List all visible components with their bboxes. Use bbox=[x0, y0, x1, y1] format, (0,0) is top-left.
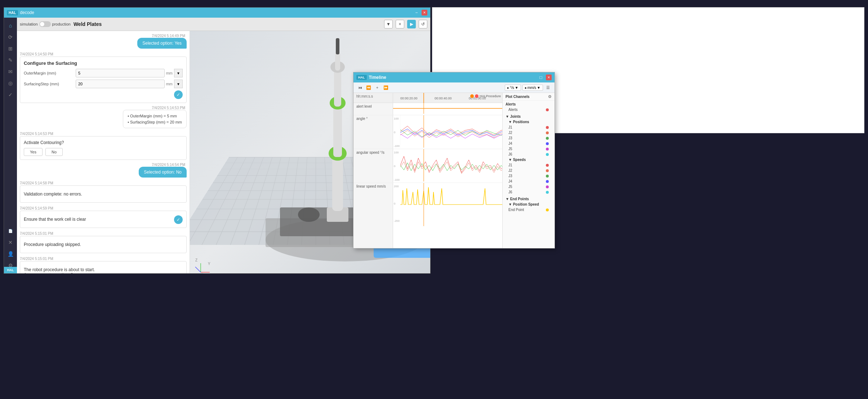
tl-add-button[interactable]: + bbox=[374, 84, 381, 91]
j1-spd-dot bbox=[546, 164, 549, 167]
joints-group: ▼ Joints ▼ Positions J1 J2 J3 J4 bbox=[503, 113, 555, 196]
chat-item-3: 7/4/2024 5:14:53 PM • OuterMargin (mm) =… bbox=[20, 106, 187, 128]
j1-pos-label: J1 bbox=[508, 125, 512, 129]
chat-item-7: 7/4/2024 5:14:59 PM Ensure that the work… bbox=[20, 206, 187, 228]
svg-rect-6 bbox=[332, 153, 343, 211]
surfacing-confirm-button[interactable]: ✓ bbox=[174, 90, 183, 99]
svg-rect-13 bbox=[336, 38, 339, 54]
svg-text:Y: Y bbox=[208, 262, 210, 266]
selected-yes-bubble[interactable]: Selected option: Yes bbox=[137, 38, 187, 49]
timeline-maximize-button[interactable]: □ bbox=[538, 75, 544, 80]
sidebar-icon-refresh[interactable]: ⟳ bbox=[5, 32, 15, 42]
play-button[interactable]: ▶ bbox=[407, 20, 416, 28]
production-label: production bbox=[52, 22, 71, 26]
sidebar-icon-x[interactable]: ✕ bbox=[5, 237, 15, 247]
alerts-color-dot bbox=[546, 108, 549, 111]
alert-level-chart bbox=[393, 103, 502, 115]
close-workflow-button[interactable]: × bbox=[396, 20, 404, 28]
contouring-question-text: Activate Contouring? bbox=[24, 140, 183, 145]
configure-surfacing-card: Configure the Surfacing OuterMargin (mm)… bbox=[20, 57, 187, 103]
j6-pos-dot bbox=[546, 153, 549, 156]
j6-position-item: J6 bbox=[503, 152, 555, 157]
j4-spd-dot bbox=[546, 180, 549, 183]
contouring-no-button[interactable]: No bbox=[45, 148, 63, 156]
toggle-switch[interactable] bbox=[39, 21, 51, 27]
timeline-close-button[interactable]: × bbox=[546, 75, 552, 80]
app-title: decode bbox=[20, 10, 411, 15]
left-panel: 7/4/2024 5:14:49 PM Selected option: Yes… bbox=[17, 31, 190, 273]
sidebar-icon-target[interactable]: ◎ bbox=[5, 78, 15, 88]
end-point-label: End Point bbox=[508, 208, 524, 212]
surfacing-step-input[interactable] bbox=[76, 80, 165, 88]
timestamp-9: 7/4/2024 5:15:01 PM bbox=[20, 257, 55, 261]
outer-margin-input[interactable] bbox=[76, 69, 165, 77]
tl-speed-dropdown-2[interactable]: ▸ mm/s ▼ bbox=[522, 85, 543, 91]
sidebar-icon-user[interactable]: 👤 bbox=[5, 249, 15, 259]
svg-rect-12 bbox=[335, 53, 340, 71]
sidebar-icon-check[interactable]: ✓ bbox=[5, 90, 15, 100]
hal-procedure-badge: HALProcedure bbox=[470, 94, 501, 98]
plot-channels-header: Plot Channels ⚙ bbox=[503, 93, 555, 101]
surfacing-step-label: SurfacingStep (mm) bbox=[24, 82, 74, 86]
selected-no-bubble[interactable]: Selected option: No bbox=[139, 167, 187, 178]
tl-prev-button[interactable]: ⏪ bbox=[365, 84, 372, 91]
tl-menu-button[interactable]: ☰ bbox=[544, 84, 552, 91]
surfacing-step-dropdown[interactable]: ▼ bbox=[174, 80, 183, 88]
tl-next-button[interactable]: ⏩ bbox=[382, 84, 390, 91]
sidebar-icon-doc[interactable]: 📄 bbox=[5, 226, 15, 236]
svg-rect-8 bbox=[333, 103, 342, 157]
time-ruler-row: hh:mm:s.s 00:00:20.00 00:00:40.00 00:01:… bbox=[353, 93, 502, 103]
sidebar-icons: ⌂ ⟳ ⊞ ✎ ✉ ◎ ✓ 📄 ✕ 👤 ⚙ bbox=[4, 18, 17, 273]
work-cell-confirm-button[interactable]: ✓ bbox=[174, 215, 183, 224]
j2-spd-label: J2 bbox=[508, 169, 512, 172]
time-marks-area: 00:00:20.00 00:00:40.00 00:01:00.00 00:0… bbox=[393, 93, 502, 103]
sidebar-icon-grid[interactable]: ⊞ bbox=[5, 44, 15, 54]
mode-toggle[interactable]: simulation production bbox=[20, 21, 71, 27]
j2-pos-dot bbox=[546, 131, 549, 134]
timeline-titlebar: HAL Timeline □ × bbox=[353, 72, 555, 82]
hal-badge-orange bbox=[470, 94, 474, 98]
j3-position-item: J3 bbox=[503, 135, 555, 141]
close-button[interactable]: × bbox=[422, 10, 427, 15]
surfacing-info-bubble: • OuterMargin (mm) = 5 mm • SurfacingSte… bbox=[123, 110, 187, 128]
timeline-logo: HAL bbox=[356, 75, 367, 80]
info-line-1: • OuterMargin (mm) = 5 mm bbox=[128, 113, 182, 119]
svg-text:0: 0 bbox=[394, 131, 396, 134]
j4-spd-label: J4 bbox=[508, 179, 512, 183]
hal-badge-red bbox=[475, 94, 478, 98]
hal-bottom-bar: HAL bbox=[4, 267, 17, 273]
outer-margin-dropdown[interactable]: ▼ bbox=[174, 69, 183, 77]
tl-speed-label-1: ▸ bbox=[507, 86, 509, 90]
sidebar-icon-home[interactable]: ⌂ bbox=[5, 21, 15, 31]
sidebar-icon-mail[interactable]: ✉ bbox=[5, 67, 15, 77]
svg-line-24 bbox=[195, 267, 201, 272]
contouring-yes-button[interactable]: Yes bbox=[24, 148, 43, 156]
alert-level-label: alert level bbox=[353, 103, 393, 115]
tl-speed-dropdown-1[interactable]: ▸ °/s ▼ bbox=[505, 85, 521, 91]
linear-chart-svg: 200 0 -200 bbox=[393, 183, 502, 226]
tl-speed-label-2: ▸ bbox=[525, 86, 527, 90]
dropdown-button[interactable]: ▼ bbox=[384, 20, 393, 28]
tl-speed-arrow-1: ▼ bbox=[515, 86, 518, 90]
toggle-knob bbox=[40, 22, 44, 26]
svg-text:0: 0 bbox=[394, 202, 396, 205]
plot-channels-panel: Plot Channels ⚙ Alerts Alerts ▼ Joints ▼… bbox=[502, 93, 555, 248]
j3-spd-dot bbox=[546, 175, 549, 178]
sidebar-icon-edit[interactable]: ✎ bbox=[5, 55, 15, 65]
svg-text:200: 200 bbox=[394, 185, 399, 188]
chart-section-angle: angle ° 100 0 -100 bbox=[353, 115, 502, 149]
svg-rect-10 bbox=[334, 67, 341, 107]
refresh-button[interactable]: ↺ bbox=[419, 20, 427, 28]
timestamp-2: 7/4/2024 5:14:50 PM bbox=[20, 52, 55, 56]
chat-item-6: 7/4/2024 5:14:58 PM Validation complete:… bbox=[20, 180, 187, 203]
plot-channels-settings[interactable]: ⚙ bbox=[548, 94, 552, 99]
tl-rewind-button[interactable]: ⏮ bbox=[356, 84, 364, 91]
joints-group-title: ▼ Joints bbox=[503, 114, 555, 119]
timestamp-6: 7/4/2024 5:14:58 PM bbox=[20, 181, 55, 185]
minimize-button[interactable]: − bbox=[414, 10, 419, 15]
timeline-panel: HAL Timeline □ × ⏮ ⏪ + ⏩ ▸ °/s ▼ ▸ mm/s … bbox=[353, 72, 555, 248]
chat-item-1: 7/4/2024 5:14:49 PM Selected option: Yes bbox=[20, 34, 187, 49]
validation-card: Validation complete: no errors. bbox=[20, 185, 187, 203]
alerts-group: Alerts Alerts bbox=[503, 101, 555, 113]
j5-spd-label: J5 bbox=[508, 185, 512, 189]
